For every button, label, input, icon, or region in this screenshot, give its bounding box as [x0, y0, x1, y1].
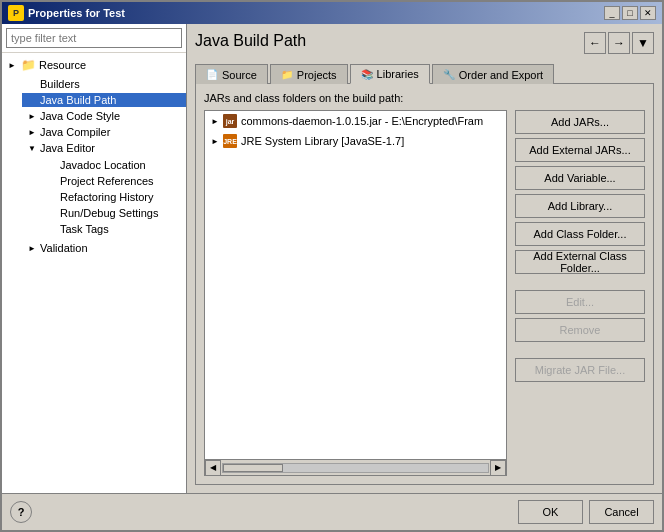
- projects-tab-icon: 📁: [281, 69, 293, 80]
- remove-button[interactable]: Remove: [515, 318, 645, 342]
- sidebar-label-javadoc-location: Javadoc Location: [60, 159, 146, 171]
- toolbar: ← → ▼: [584, 32, 654, 54]
- sidebar-label-java-editor: Java Editor: [40, 142, 95, 154]
- library-item-commons-daemon[interactable]: ► jar commons-daemon-1.0.15.jar - E:\Enc…: [205, 111, 506, 131]
- minimize-button[interactable]: _: [604, 6, 620, 20]
- sidebar-label-refactoring-history: Refactoring History: [60, 191, 154, 203]
- expand-icon: [26, 94, 38, 106]
- cancel-button[interactable]: Cancel: [589, 500, 654, 524]
- tree-item: Task Tags: [42, 221, 186, 237]
- help-button[interactable]: ?: [10, 501, 32, 523]
- library-item-jre-system[interactable]: ► JRE JRE System Library [JavaSE-1.7]: [205, 131, 506, 151]
- window: P Properties for Test _ □ ✕ ► 📁 Resource: [0, 0, 664, 532]
- sidebar-label-validation: Validation: [40, 242, 88, 254]
- ok-button[interactable]: OK: [518, 500, 583, 524]
- sidebar-item-project-references[interactable]: Project References: [42, 174, 186, 188]
- buttons-panel: Add JARs... Add External JARs... Add Var…: [515, 110, 645, 476]
- sidebar-item-java-compiler[interactable]: ► Java Compiler: [22, 125, 186, 139]
- library-list-inner: ► jar commons-daemon-1.0.15.jar - E:\Enc…: [205, 111, 506, 459]
- tree-item: ► Java Compiler: [22, 124, 186, 140]
- resource-children: Builders Java Build Path ►: [22, 74, 186, 258]
- back-button[interactable]: ←: [584, 32, 606, 54]
- libraries-tab-icon: 📚: [361, 69, 373, 80]
- scroll-track[interactable]: [222, 463, 489, 473]
- dropdown-button[interactable]: ▼: [632, 32, 654, 54]
- sidebar-item-validation[interactable]: ► Validation: [22, 241, 186, 255]
- tab-order-and-export[interactable]: 🔧 Order and Export: [432, 64, 554, 84]
- forward-button[interactable]: →: [608, 32, 630, 54]
- scroll-left-button[interactable]: ◀: [205, 460, 221, 476]
- filter-input[interactable]: [6, 28, 182, 48]
- sidebar-item-refactoring-history[interactable]: Refactoring History: [42, 190, 186, 204]
- add-jars-button[interactable]: Add JARs...: [515, 110, 645, 134]
- title-bar-left: P Properties for Test: [8, 5, 125, 21]
- content-body: ► jar commons-daemon-1.0.15.jar - E:\Enc…: [204, 110, 645, 476]
- window-title: Properties for Test: [28, 7, 125, 19]
- title-buttons: _ □ ✕: [604, 6, 656, 20]
- tree-item: Run/Debug Settings: [42, 205, 186, 221]
- edit-button[interactable]: Edit...: [515, 290, 645, 314]
- lib-expand-icon-jre: ►: [209, 135, 221, 147]
- title-bar: P Properties for Test _ □ ✕: [2, 2, 662, 24]
- horizontal-scrollbar[interactable]: ◀ ▶: [205, 459, 506, 475]
- add-external-class-folder-button[interactable]: Add External Class Folder...: [515, 250, 645, 274]
- expand-icon: [46, 159, 58, 171]
- tree-item: ▼ Java Editor Javadoc Location: [22, 140, 186, 240]
- scroll-right-button[interactable]: ▶: [490, 460, 506, 476]
- source-tab-icon: 📄: [206, 69, 218, 80]
- filter-box: [2, 24, 186, 53]
- tab-order-label: Order and Export: [459, 69, 543, 81]
- add-external-jars-button[interactable]: Add External JARs...: [515, 138, 645, 162]
- expand-icon: ►: [6, 59, 18, 71]
- tab-libraries[interactable]: 📚 Libraries: [350, 64, 430, 84]
- sidebar-item-java-build-path[interactable]: Java Build Path: [22, 93, 186, 107]
- maximize-button[interactable]: □: [622, 6, 638, 20]
- sidebar-item-task-tags[interactable]: Task Tags: [42, 222, 186, 236]
- scroll-thumb[interactable]: [223, 464, 283, 472]
- sidebar-label-project-references: Project References: [60, 175, 154, 187]
- right-panel: Java Build Path ← → ▼ 📄 Source 📁 Project…: [187, 24, 662, 493]
- sidebar-label-java-code-style: Java Code Style: [40, 110, 120, 122]
- jre-file-icon: JRE: [223, 134, 237, 148]
- java-editor-children: Javadoc Location Project References: [42, 155, 186, 239]
- panel-title: Java Build Path: [195, 32, 306, 50]
- jre-icon: JRE: [222, 133, 238, 149]
- tab-source[interactable]: 📄 Source: [195, 64, 268, 84]
- sidebar-label-task-tags: Task Tags: [60, 223, 109, 235]
- window-icon: P: [8, 5, 24, 21]
- tab-projects[interactable]: 📁 Projects: [270, 64, 348, 84]
- main-content: ► 📁 Resource Builders: [2, 24, 662, 493]
- sidebar-item-javadoc-location[interactable]: Javadoc Location: [42, 158, 186, 172]
- tree-item: ► 📁 Resource Builders: [2, 55, 186, 259]
- tree-item: ► Validation: [22, 240, 186, 256]
- sidebar-item-java-code-style[interactable]: ► Java Code Style: [22, 109, 186, 123]
- sidebar-label-java-compiler: Java Compiler: [40, 126, 110, 138]
- bottom-bar: ? OK Cancel: [2, 493, 662, 530]
- migrate-jar-file-button[interactable]: Migrate JAR File...: [515, 358, 645, 382]
- sidebar-item-run-debug-settings[interactable]: Run/Debug Settings: [42, 206, 186, 220]
- dialog-buttons: OK Cancel: [518, 500, 654, 524]
- add-library-button[interactable]: Add Library...: [515, 194, 645, 218]
- expand-icon: ►: [26, 110, 38, 122]
- lib-label-commons-daemon: commons-daemon-1.0.15.jar - E:\Encrypted…: [241, 115, 483, 127]
- tree-item: ► Java Code Style: [22, 108, 186, 124]
- expand-icon: [46, 223, 58, 235]
- tab-source-label: Source: [222, 69, 257, 81]
- expand-icon: [46, 175, 58, 187]
- tree-item: Javadoc Location: [42, 157, 186, 173]
- button-spacer: [515, 278, 645, 286]
- sidebar-item-resource[interactable]: ► 📁 Resource: [2, 56, 186, 74]
- expand-icon: [26, 78, 38, 90]
- lib-expand-icon: ►: [209, 115, 221, 127]
- tabs: 📄 Source 📁 Projects 📚 Libraries 🔧 Order …: [195, 64, 654, 84]
- tree-item: Project References: [42, 173, 186, 189]
- sidebar-item-builders[interactable]: Builders: [22, 77, 186, 91]
- add-variable-button[interactable]: Add Variable...: [515, 166, 645, 190]
- close-button[interactable]: ✕: [640, 6, 656, 20]
- add-class-folder-button[interactable]: Add Class Folder...: [515, 222, 645, 246]
- tree-item: Refactoring History: [42, 189, 186, 205]
- tree-item: Builders: [22, 76, 186, 92]
- tab-projects-label: Projects: [297, 69, 337, 81]
- sidebar-label-resource: Resource: [39, 59, 86, 71]
- sidebar-item-java-editor[interactable]: ▼ Java Editor: [22, 141, 186, 155]
